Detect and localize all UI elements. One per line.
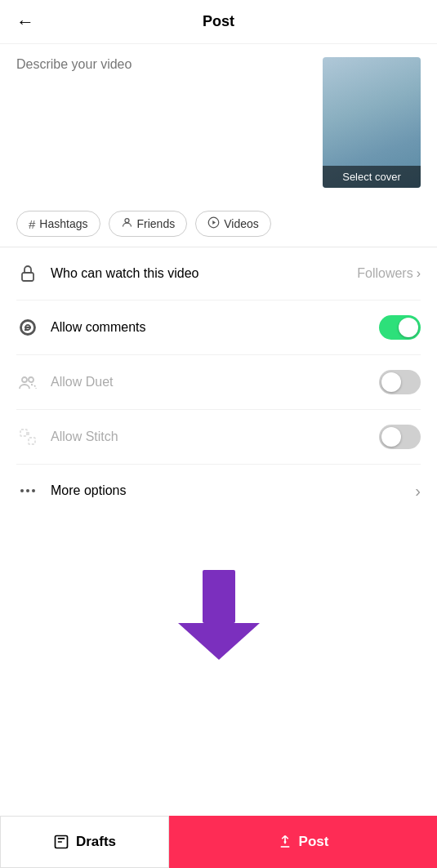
- hashtags-label: Hashtags: [39, 217, 87, 230]
- allow-duet-label: Allow Duet: [51, 375, 379, 389]
- hashtags-button[interactable]: # Hashtags: [16, 211, 100, 237]
- who-can-watch-label: Who can watch this video: [51, 266, 357, 281]
- svg-rect-3: [22, 273, 33, 281]
- more-options-chevron: ›: [415, 482, 421, 501]
- bottom-buttons: Drafts Post: [0, 816, 437, 868]
- page-header: ← Post: [0, 0, 437, 44]
- svg-point-17: [283, 841, 286, 844]
- svg-rect-14: [203, 570, 235, 623]
- friends-icon: [121, 216, 133, 231]
- drafts-button[interactable]: Drafts: [0, 816, 169, 868]
- chevron-icon: ›: [417, 266, 421, 281]
- page-title: Post: [203, 13, 234, 30]
- duet-icon: [16, 371, 39, 394]
- svg-point-13: [32, 489, 35, 492]
- allow-comments-label: Allow comments: [51, 320, 379, 335]
- svg-marker-2: [212, 220, 216, 225]
- more-options-label: More options: [51, 483, 415, 498]
- tag-buttons-row: # Hashtags Friends Videos: [0, 201, 437, 247]
- videos-button[interactable]: Videos: [195, 211, 271, 237]
- lock-icon: [16, 262, 39, 285]
- svg-point-7: [22, 377, 27, 382]
- svg-point-8: [29, 377, 33, 382]
- svg-point-0: [125, 219, 129, 223]
- post-button[interactable]: Post: [169, 816, 437, 868]
- svg-marker-15: [178, 623, 260, 660]
- stitch-icon: [16, 425, 39, 448]
- settings-section: Who can watch this video Followers › All…: [0, 247, 437, 517]
- back-button[interactable]: ←: [16, 11, 34, 33]
- select-cover-label[interactable]: Select cover: [323, 166, 421, 188]
- svg-rect-9: [20, 430, 27, 436]
- allow-duet-row: Allow Duet: [16, 355, 421, 410]
- post-icon: [278, 835, 292, 849]
- friends-button[interactable]: Friends: [109, 211, 188, 237]
- post-label: Post: [299, 834, 329, 850]
- allow-comments-row: Allow comments: [16, 300, 421, 355]
- allow-stitch-row: Allow Stitch: [16, 410, 421, 465]
- arrow-area: [0, 517, 437, 697]
- drafts-label: Drafts: [76, 834, 116, 850]
- description-area: Select cover: [0, 44, 437, 201]
- who-can-watch-row[interactable]: Who can watch this video Followers ›: [16, 247, 421, 300]
- allow-duet-toggle[interactable]: [379, 370, 421, 394]
- svg-rect-10: [29, 438, 35, 444]
- hashtag-icon: #: [29, 217, 35, 231]
- svg-point-11: [20, 489, 24, 492]
- toggle-thumb: [399, 318, 418, 337]
- download-arrow: [174, 566, 264, 664]
- more-options-row[interactable]: More options ›: [16, 465, 421, 517]
- cover-container: Select cover: [323, 57, 421, 188]
- comments-icon: [16, 316, 39, 339]
- svg-point-12: [26, 489, 29, 492]
- videos-icon: [207, 216, 220, 231]
- toggle-thumb: [381, 427, 401, 447]
- videos-label: Videos: [224, 217, 259, 230]
- drafts-icon: [53, 834, 69, 850]
- friends-label: Friends: [137, 217, 176, 230]
- who-can-watch-value: Followers ›: [357, 266, 421, 281]
- toggle-thumb: [381, 372, 401, 392]
- allow-comments-toggle[interactable]: [379, 315, 421, 340]
- allow-stitch-label: Allow Stitch: [51, 430, 379, 444]
- more-options-icon: [16, 479, 39, 502]
- allow-stitch-toggle[interactable]: [379, 425, 421, 449]
- description-input[interactable]: [16, 57, 313, 188]
